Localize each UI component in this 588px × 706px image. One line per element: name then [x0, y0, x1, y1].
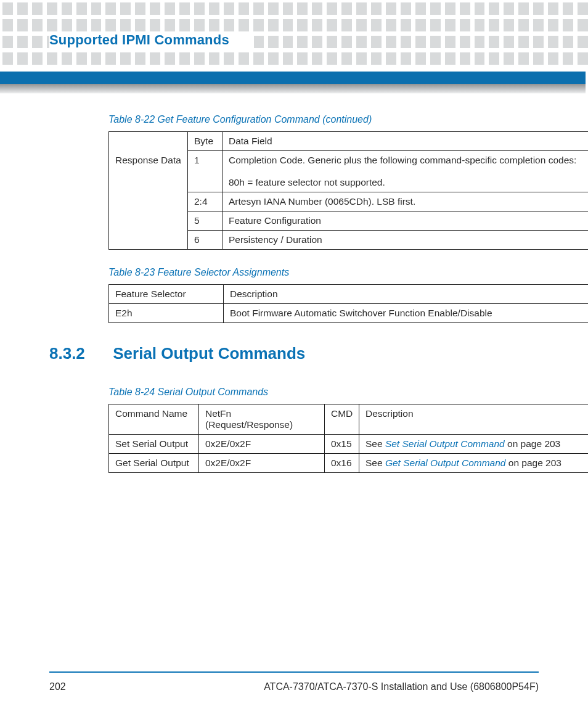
header-grey-fade: [0, 84, 586, 94]
cell-description: See Set Serial Output Command on page 20…: [359, 435, 589, 454]
cell-field: Feature Configuration: [223, 211, 589, 231]
cell-cmd: 0x16: [325, 454, 359, 473]
header-blue-bar: [0, 72, 586, 84]
col-netfn: NetFn (Request/Response): [199, 404, 325, 435]
col-command-name: Command Name: [109, 404, 199, 435]
section-title: Serial Output Commands: [113, 344, 305, 363]
cell-netfn: 0x2E/0x2F: [199, 435, 325, 454]
cell-cmd: 0x15: [325, 435, 359, 454]
table-row: Set Serial Output 0x2E/0x2F 0x15 See Set…: [109, 435, 589, 454]
cell-field: Persistency / Duration: [223, 231, 589, 250]
cell-command-name: Set Serial Output: [109, 435, 199, 454]
col-cmd: CMD: [325, 404, 359, 435]
footer-rule: [49, 671, 539, 673]
doc-title: ATCA-7370/ATCA-7370-S Installation and U…: [264, 681, 539, 692]
table-8-23: Feature Selector Description E2h Boot Fi…: [108, 284, 588, 323]
cell-selector: E2h: [109, 304, 224, 323]
table-8-22-caption: Table 8-22 Get Feature Configuration Com…: [108, 114, 539, 125]
table-row: Byte Data Field: [109, 132, 589, 151]
table-row: E2h Boot Firmware Automatic Switchover F…: [109, 304, 589, 323]
page-footer: 202 ATCA-7370/ATCA-7370-S Installation a…: [49, 681, 539, 692]
table-8-24: Command Name NetFn (Request/Response) CM…: [108, 404, 588, 473]
table-8-23-caption: Table 8-23 Feature Selector Assignments: [108, 267, 539, 278]
table-8-22: Byte Data Field Response Data 1 Completi…: [108, 131, 588, 250]
cell-description: See Get Serial Output Command on page 20…: [359, 454, 589, 473]
cell-netfn: 0x2E/0x2F: [199, 454, 325, 473]
col-feature-selector: Feature Selector: [109, 285, 224, 304]
cell-field: Completion Code. Generic plus the follow…: [223, 151, 589, 192]
col-description: Description: [224, 285, 589, 304]
cell-command-name: Get Serial Output: [109, 454, 199, 473]
table-row: Feature Selector Description: [109, 285, 589, 304]
col-byte-header: Byte: [188, 132, 223, 151]
cell-byte: 1: [188, 151, 223, 192]
cell-byte: 5: [188, 211, 223, 231]
section-heading: 8.3.2 Serial Output Commands: [49, 344, 539, 363]
section-number: 8.3.2: [49, 344, 108, 363]
xref-link[interactable]: Set Serial Output Command: [385, 438, 505, 449]
page-content: Table 8-22 Get Feature Configuration Com…: [49, 114, 539, 669]
cell-description: Boot Firmware Automatic Switchover Funct…: [224, 304, 589, 323]
cell-field: Artesyn IANA Number (0065CDh). LSB first…: [223, 192, 589, 211]
col-field-header: Data Field: [223, 132, 589, 151]
xref-link[interactable]: Get Serial Output Command: [385, 458, 506, 468]
table-row: Command Name NetFn (Request/Response) CM…: [109, 404, 589, 435]
page-number: 202: [49, 681, 66, 692]
col-description: Description: [359, 404, 589, 435]
table-8-24-caption: Table 8-24 Serial Output Commands: [108, 387, 539, 398]
cell-byte: 6: [188, 231, 223, 250]
response-data-label: Response Data: [109, 151, 188, 250]
table-row: Response Data 1 Completion Code. Generic…: [109, 151, 589, 192]
page-header-title: Supported IPMI Commands: [49, 32, 254, 52]
table-row: Get Serial Output 0x2E/0x2F 0x16 See Get…: [109, 454, 589, 473]
cell-byte: 2:4: [188, 192, 223, 211]
